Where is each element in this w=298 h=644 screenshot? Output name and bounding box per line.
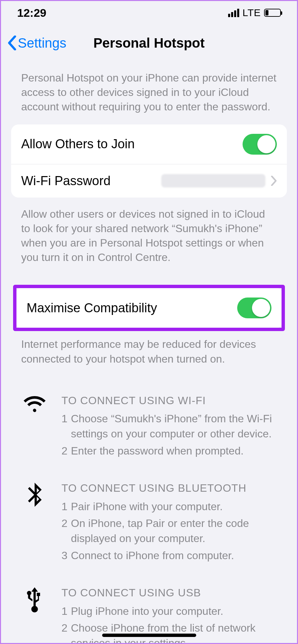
- instructions-section: TO CONNECT USING WI-FI Choose “Sumukh's …: [11, 376, 287, 644]
- maximise-compat-toggle[interactable]: [237, 298, 271, 318]
- instruction-wifi-step2: Enter the password when prompted.: [61, 443, 277, 459]
- battery-icon: [264, 9, 281, 17]
- allow-others-label: Allow Others to Join: [21, 137, 135, 151]
- instruction-bluetooth-step3: Connect to iPhone from computer.: [61, 548, 277, 563]
- home-indicator[interactable]: [102, 634, 196, 637]
- nav-header: Settings Personal Hotspot: [1, 24, 297, 61]
- instruction-bluetooth-step2: On iPhone, tap Pair or enter the code di…: [61, 516, 277, 546]
- instruction-usb-step1: Plug iPhone into your computer.: [61, 604, 277, 619]
- settings-group-main: Allow Others to Join Wi-Fi Password: [11, 124, 287, 198]
- instruction-bluetooth-step1: Pair iPhone with your computer.: [61, 499, 277, 514]
- instruction-bluetooth-title: TO CONNECT USING BLUETOOTH: [61, 481, 277, 496]
- allow-others-footer: Allow other users or devices not signed …: [11, 198, 287, 275]
- wifi-password-label: Wi-Fi Password: [21, 174, 111, 188]
- bluetooth-icon: [21, 481, 48, 565]
- instruction-wifi: TO CONNECT USING WI-FI Choose “Sumukh's …: [21, 393, 277, 461]
- annotation-highlight-box: Maximise Compatibility: [13, 285, 285, 331]
- wifi-icon: [21, 393, 48, 461]
- back-button[interactable]: Settings: [8, 36, 67, 51]
- wifi-password-value-redacted: [161, 174, 265, 187]
- maximise-compat-label: Maximise Compatibility: [27, 301, 157, 315]
- chevron-right-icon: [271, 176, 277, 186]
- intro-description: Personal Hotspot on your iPhone can prov…: [11, 61, 287, 124]
- instruction-usb-title: TO CONNECT USING USB: [61, 585, 277, 600]
- wifi-password-cell[interactable]: Wi-Fi Password: [11, 164, 287, 198]
- settings-group-compat: Maximise Compatibility: [16, 288, 282, 328]
- status-bar: 12:29 LTE: [1, 1, 297, 24]
- instruction-usb-step2: Choose iPhone from the list of network s…: [61, 621, 277, 644]
- allow-others-cell[interactable]: Allow Others to Join: [11, 124, 287, 164]
- instruction-wifi-step1: Choose “Sumukh's iPhone” from the Wi-Fi …: [61, 411, 277, 441]
- cellular-signal-icon: [228, 9, 239, 17]
- maximise-compat-cell[interactable]: Maximise Compatibility: [16, 288, 282, 328]
- back-label: Settings: [18, 36, 67, 51]
- usb-icon: [21, 585, 48, 644]
- status-right: LTE: [228, 7, 281, 18]
- maximise-compat-footer: Internet performance may be reduced for …: [11, 331, 287, 376]
- instruction-bluetooth: TO CONNECT USING BLUETOOTH Pair iPhone w…: [21, 481, 277, 565]
- network-type-label: LTE: [243, 7, 261, 18]
- allow-others-toggle[interactable]: [243, 134, 277, 155]
- chevron-left-icon: [8, 36, 16, 50]
- status-time: 12:29: [17, 6, 46, 19]
- instruction-wifi-title: TO CONNECT USING WI-FI: [61, 393, 277, 408]
